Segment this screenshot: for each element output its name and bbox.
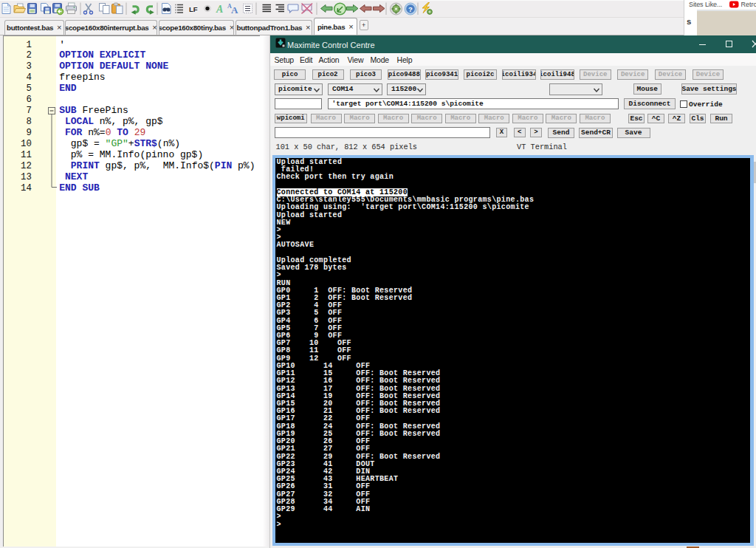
svg-text:LF: LF [189,5,198,13]
svg-text:?: ? [408,5,413,13]
svg-text:A: A [216,4,223,15]
svg-text:A: A [231,4,238,16]
